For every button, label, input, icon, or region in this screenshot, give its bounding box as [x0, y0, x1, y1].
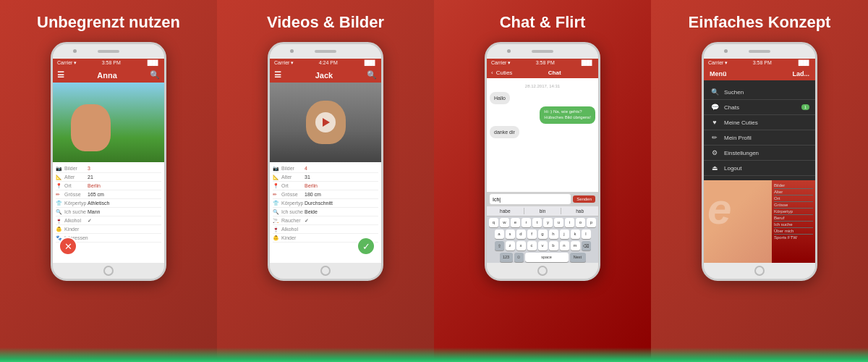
battery-3: ▐██▌ [579, 60, 594, 66]
keyboard-suggestions: habe bin hab [487, 206, 598, 216]
menu-item-cuties[interactable]: ♥ Meine Cuties [704, 115, 815, 130]
app-header-1: ☰ Anna 🔍 [53, 67, 164, 83]
right-info-row: Über mich [774, 228, 813, 235]
key-t[interactable]: t [532, 218, 542, 227]
home-button-1[interactable] [103, 266, 114, 276]
key-b[interactable]: b [549, 241, 558, 251]
info-row: 📍 Ort Berlin [273, 182, 378, 190]
menu-item-chats[interactable]: 💬 Chats 1 [704, 100, 815, 115]
info-row: 📷 Bilder 3 [56, 164, 161, 173]
face-1 [71, 104, 111, 151]
right-info-panel: Bilder Alter Ort Grösse Körpertyp Beruf … [772, 180, 815, 263]
info-row: 🍷 Alkohol ✓ [56, 216, 161, 225]
key-x[interactable]: x [516, 241, 526, 251]
key-w[interactable]: w [500, 218, 509, 227]
phone-1-screen: Carrier ▾ 3:58 PM ▐██▌ ☰ Anna 🔍 📷 Bilder… [53, 59, 164, 263]
reject-button[interactable]: ✕ [59, 237, 77, 256]
menu-item-einstellungen[interactable]: ⚙ Einstellungen [704, 146, 815, 161]
menu-item-label: Einstellungen [724, 150, 759, 156]
key-shift[interactable]: ⇧ [495, 241, 504, 251]
phone-1-bottom [53, 263, 164, 279]
key-q[interactable]: q [489, 218, 498, 227]
info-row: 👕 Körpertyp Athletisch [56, 199, 161, 208]
key-o[interactable]: o [576, 218, 585, 227]
phone-3-speaker [532, 50, 553, 53]
key-space[interactable]: space [525, 253, 569, 262]
menu-right-label: Lad... [792, 70, 809, 77]
home-button-3[interactable] [537, 266, 548, 276]
suggest-word[interactable]: bin [524, 208, 562, 214]
camera-icon: 📷 [56, 166, 64, 172]
key-l[interactable]: l [582, 230, 591, 239]
right-info-row: Körpertyp [774, 209, 813, 215]
menu-header: Menü Lad... [704, 67, 815, 80]
carrier-1: Carrier ▾ [57, 60, 77, 66]
age-icon: 📐 [56, 174, 64, 180]
key-e[interactable]: e [511, 218, 520, 227]
key-a[interactable]: a [495, 230, 504, 239]
play-button[interactable] [315, 112, 336, 132]
phone-3-bottom [487, 263, 598, 279]
menu-item-suchen[interactable]: 🔍 Suchen [704, 85, 815, 100]
send-button[interactable]: Senden [573, 195, 595, 203]
key-u[interactable]: u [554, 218, 563, 227]
info-row: 👕 Körpertyp Durchschnitt [273, 199, 378, 208]
menu-item-logout[interactable]: ⏏ Logout [704, 161, 815, 176]
key-next[interactable]: Next [570, 253, 586, 262]
chat-input-field[interactable]: Ich| [490, 194, 571, 204]
key-j[interactable]: j [560, 230, 569, 239]
battery-2: ▐██▌ [362, 60, 377, 66]
key-f[interactable]: f [527, 230, 537, 239]
location-icon: 📍 [56, 183, 64, 189]
key-r[interactable]: r [522, 218, 531, 227]
menu-item-profil[interactable]: ✏ Mein Profil [704, 130, 815, 146]
back-arrow-icon[interactable]: ‹ [491, 70, 493, 76]
key-k[interactable]: k [571, 230, 580, 239]
home-button-2[interactable] [320, 266, 331, 276]
key-m[interactable]: m [571, 241, 580, 251]
search-icon-2[interactable]: 🔍 [367, 70, 377, 80]
key-n[interactable]: n [560, 241, 569, 251]
home-button-4[interactable] [754, 266, 765, 276]
chat-back-bar: ‹ Cuties Chat [487, 67, 598, 78]
phone-3-screen: Carrier ▾ 3:58 PM ▐██▌ ‹ Cuties Chat 28.… [487, 59, 598, 263]
seeking-icon: 🔍 [56, 209, 64, 215]
key-z[interactable]: z [506, 241, 515, 251]
illustration-area: Bilder Alter Ort Grösse Körpertyp Beruf … [704, 180, 815, 263]
chat-input-bar: Ich| Senden [487, 192, 598, 206]
accept-button[interactable]: ✓ [357, 237, 375, 256]
menu-icon-2[interactable]: ☰ [274, 70, 281, 80]
app-header-2: ☰ Jack 🔍 [270, 67, 381, 83]
gear-menu-icon: ⚙ [710, 149, 720, 156]
phone-4: Carrier ▾ 3:58 PM ▐██▌ Menü Lad... 🔍 Suc… [702, 42, 817, 281]
chats-menu-icon: 💬 [710, 104, 720, 111]
carrier-3: Carrier ▾ [491, 60, 511, 66]
phone-1-camera [73, 49, 77, 53]
key-y[interactable]: y [543, 218, 553, 227]
key-s[interactable]: s [506, 230, 515, 239]
menu-item-label: Meine Cuties [724, 119, 758, 126]
key-p[interactable]: p [587, 218, 596, 227]
suggest-word[interactable]: habe [487, 208, 524, 214]
search-icon-1[interactable]: 🔍 [150, 70, 160, 80]
menu-item-label: Logout [724, 165, 741, 172]
key-delete[interactable]: ⌫ [582, 241, 591, 251]
key-g[interactable]: g [538, 230, 548, 239]
key-d[interactable]: d [516, 230, 526, 239]
key-h[interactable]: h [549, 230, 558, 239]
time-4: 3:58 PM [753, 60, 772, 66]
key-c[interactable]: c [527, 241, 537, 251]
back-label[interactable]: Cuties [496, 70, 513, 76]
key-i[interactable]: i [565, 218, 574, 227]
info-row: 📍 Ort Berlin [56, 182, 161, 190]
key-123[interactable]: 123 [500, 253, 513, 262]
chat-screen: ‹ Cuties Chat 28.12.2017, 14:31 Hallo Hi… [487, 67, 598, 263]
menu-item-label: Chats [724, 104, 739, 111]
key-v[interactable]: v [538, 241, 548, 251]
right-info-row: Bilder [774, 182, 813, 189]
profile-image-1 [53, 83, 164, 162]
key-emoji[interactable]: ☺ [514, 253, 524, 262]
suggest-word[interactable]: hab [561, 208, 598, 214]
menu-icon-1[interactable]: ☰ [57, 70, 64, 80]
right-info-row: Ort [774, 195, 813, 202]
